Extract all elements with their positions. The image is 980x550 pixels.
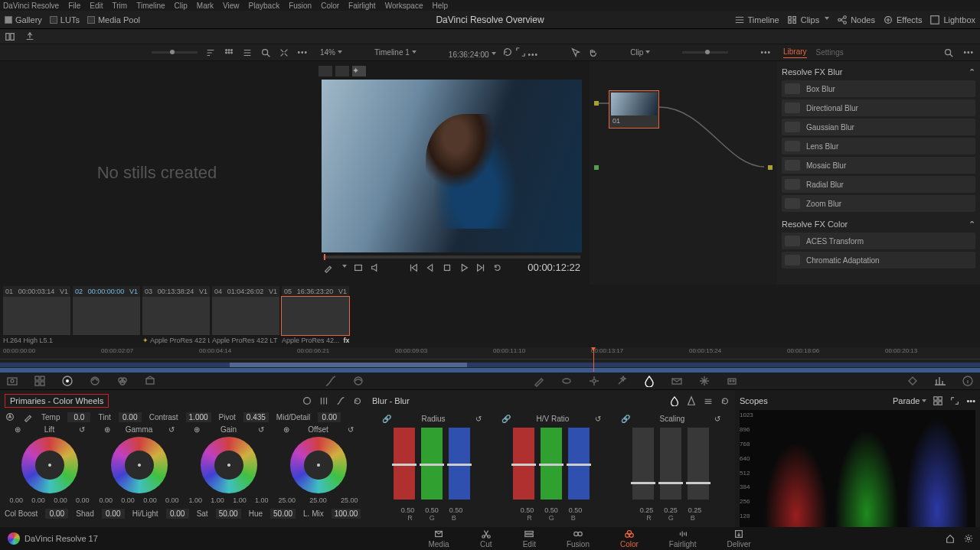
fx-item[interactable]: Mosaic Blur [782, 157, 975, 174]
clip-thumbnails[interactable]: 0100:00:03:14V1H.264 High L5.10200:00:00… [0, 285, 980, 347]
fx-item[interactable]: Zoom Blur [782, 195, 975, 212]
fx-item[interactable]: ACES Transform [782, 233, 975, 249]
page-edit[interactable]: Edit [523, 529, 536, 548]
mini-timeline[interactable]: 00:00:00:0000:00:02:0700:00:04:1400:00:0… [0, 347, 980, 372]
blur-drop-icon[interactable] [669, 395, 680, 406]
slider2[interactable] [682, 51, 728, 54]
3d-icon[interactable] [726, 375, 738, 387]
scopes-icon[interactable] [934, 375, 946, 387]
menu-playback[interactable]: Playback [249, 2, 280, 10]
menu-mark[interactable]: Mark [197, 2, 214, 10]
color-match-icon[interactable] [34, 375, 46, 387]
page-fairlight[interactable]: Fairlight [669, 529, 697, 548]
menu-color[interactable]: Color [321, 2, 339, 10]
list-icon[interactable] [242, 47, 253, 58]
page-fusion[interactable]: Fusion [567, 529, 590, 548]
menu-help[interactable]: Help [432, 2, 448, 10]
clips-toggle[interactable]: Clips [787, 15, 829, 25]
luts-toggle[interactable]: LUTs [50, 15, 80, 24]
mute-icon[interactable] [370, 262, 381, 273]
tab-library[interactable]: Library [783, 47, 807, 58]
qualifier-icon[interactable] [533, 375, 545, 387]
clip-thumb[interactable]: 0516:36:23:20V1Apple ProRes 42... fx [282, 286, 349, 346]
reset-blur-icon[interactable] [720, 395, 730, 406]
clip-dropdown[interactable]: Clip [630, 48, 650, 57]
home-icon[interactable] [945, 533, 956, 544]
collapse-icon[interactable]: ⌃ [969, 67, 975, 77]
scope-expand-icon[interactable] [949, 395, 960, 406]
viewer-image[interactable] [322, 80, 582, 252]
refresh-icon[interactable] [502, 47, 513, 57]
settings-icon[interactable] [963, 533, 974, 544]
more2-icon[interactable]: ••• [528, 50, 539, 59]
sort-icon[interactable] [205, 47, 216, 58]
page-media[interactable]: Media [428, 529, 449, 548]
rgb-mixer-icon[interactable] [116, 375, 129, 387]
clip-thumb[interactable]: 0100:00:03:14V1H.264 High L5.1 [3, 286, 70, 346]
window-icon[interactable] [560, 375, 573, 387]
sizing-icon[interactable] [698, 375, 710, 387]
stop-icon[interactable] [442, 262, 452, 273]
info-icon[interactable] [962, 375, 974, 387]
pointer-icon[interactable] [570, 47, 581, 58]
menu-clip[interactable]: Clip [175, 2, 188, 10]
loop2-icon[interactable] [492, 262, 503, 273]
page-deliver[interactable]: Deliver [727, 529, 750, 548]
play-icon[interactable] [459, 262, 469, 273]
magic-icon[interactable] [616, 375, 628, 387]
step-back-icon[interactable] [425, 262, 436, 273]
clip-thumb[interactable]: 0200:00:00:00V1 [73, 286, 140, 346]
log-mode-icon[interactable] [335, 395, 346, 406]
blur-icon[interactable] [643, 375, 655, 387]
fx-item[interactable]: Box Blur [782, 80, 975, 97]
warper-icon[interactable] [352, 375, 364, 387]
fx-item[interactable]: Directional Blur [782, 99, 975, 116]
tracker-icon[interactable] [588, 375, 600, 387]
bars-mode-icon[interactable] [318, 395, 329, 406]
menu-file[interactable]: File [68, 2, 80, 10]
viewer-timecode[interactable]: 16:36:24:00 [449, 50, 489, 59]
sharpen-icon[interactable] [686, 395, 697, 406]
expand2-icon[interactable] [515, 47, 526, 57]
split-icon[interactable] [5, 31, 15, 42]
loop-icon[interactable] [353, 262, 364, 273]
wheel-offset[interactable]: ⊕Offset↺25.0025.0025.00 [276, 425, 361, 504]
scope-more-icon[interactable]: ••• [966, 396, 975, 405]
expand-icon[interactable] [279, 47, 289, 58]
menu-trim[interactable]: Trim [113, 2, 128, 10]
wheel-gain[interactable]: ⊕Gain↺1.001.001.001.00 [186, 425, 272, 504]
collapse-icon[interactable]: ⌃ [969, 220, 975, 229]
curves-icon[interactable] [325, 375, 337, 387]
fx-color-header[interactable]: Resolve FX Color [782, 220, 848, 229]
menu-edit[interactable]: Edit [90, 2, 103, 10]
gallery-toggle[interactable]: Gallery [5, 15, 42, 24]
export-icon[interactable] [24, 31, 35, 42]
scope-opt1-icon[interactable] [933, 395, 943, 406]
fx-item[interactable]: Gaussian Blur [782, 119, 975, 135]
blur-radius[interactable]: 🔗Radius↺0.500.500.50RGB [374, 412, 489, 522]
hand-icon[interactable] [587, 47, 598, 58]
more3-icon[interactable]: ••• [760, 48, 771, 57]
menu-view[interactable]: View [223, 2, 240, 10]
menu-workspace[interactable]: Workspace [385, 2, 423, 10]
wheel-gamma[interactable]: ⊕Gamma↺0.000.000.000.00 [96, 425, 182, 504]
blur-scaling[interactable]: 🔗Scaling↺0.250.250.25RGB [613, 412, 728, 522]
picker2-icon[interactable] [23, 412, 34, 422]
viewer-mode-3[interactable]: ✦ [352, 66, 366, 76]
auto-icon[interactable] [5, 412, 15, 422]
wheel-lift[interactable]: ⊕Lift↺0.000.000.000.00 [7, 425, 93, 504]
prev-clip-icon[interactable] [408, 262, 419, 273]
more4-icon[interactable]: ••• [963, 48, 974, 57]
zoom-pct[interactable]: 14% [320, 48, 342, 57]
clip-thumb[interactable]: 0300:13:38:24V1✦ Apple ProRes 422 LT [142, 286, 210, 346]
picker-icon[interactable] [323, 262, 334, 273]
viewer-mode-1[interactable] [318, 66, 332, 76]
nodes-toggle[interactable]: Nodes [837, 15, 875, 25]
menu-fusion[interactable]: Fusion [289, 2, 312, 10]
fx-item[interactable]: Chromatic Adaptation [782, 252, 975, 268]
motion-icon[interactable] [144, 375, 156, 387]
fx-blur-header[interactable]: Resolve FX Blur [782, 67, 842, 77]
fx-item[interactable]: Radial Blur [782, 176, 975, 193]
mediapool-toggle[interactable]: Media Pool [87, 15, 140, 24]
reset-icon[interactable] [352, 395, 363, 406]
